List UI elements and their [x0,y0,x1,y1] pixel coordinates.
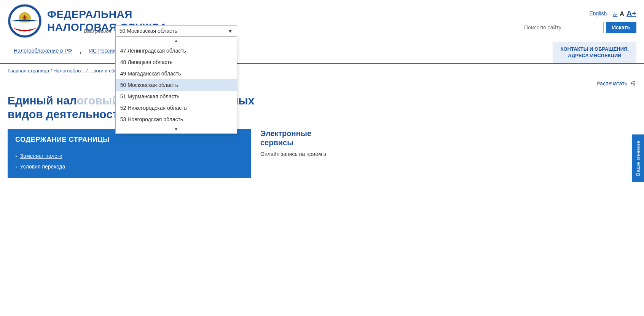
dropdown-item-50[interactable]: 50 Московская область [116,79,237,91]
contents-box: СОДЕРЖАНИЕ СТРАНИЦЫ › Заменяет налоги › … [8,129,251,178]
nav-separator: › [78,42,83,63]
contents-arrow-2: › [15,164,17,170]
dropdown-item-48[interactable]: 48 Липецкая область [116,56,237,68]
contacts-button[interactable]: КОНТАКТЫ И ОБРАЩЕНИЯ, АДРЕСА ИНСПЕКЦИЙ [553,42,636,63]
dropdown-item-53[interactable]: 53 Новгородская область [116,114,237,125]
print-link[interactable]: Распечатать [596,80,627,87]
dropdown-item-49[interactable]: 49 Магаданская область [116,68,237,79]
feedback-tab[interactable]: Ваше мнение [632,134,644,178]
chevron-down-icon: ▼ [228,28,233,34]
region-dropdown: ▲ 47 Ленинградская область 48 Липецкая о… [115,37,237,134]
dropdown-item-51[interactable]: 51 Мурманская область [116,91,237,102]
breadcrumb: Главная страница / Налогообло... / ...ло… [0,64,644,77]
font-decrease-button[interactable]: А- [613,12,617,17]
sidebar-section-title: Электронные сервисы [260,129,636,147]
header-top-links: English А- А А+ [589,9,636,18]
nav-item-taxation[interactable]: Налогообложение в РФ [8,42,78,64]
search-button[interactable]: Искать [606,22,636,33]
contents-link-1[interactable]: Заменяет налоги [20,153,62,159]
dropdown-item-52[interactable]: 52 Нижегородская область [116,102,237,114]
contents-item-1: › Заменяет налоги [15,151,244,161]
breadcrumb-separator-2: / [86,68,89,74]
region-select-wrapper: 50 Московская область ▼ ▲ 47 Ленинградск… [115,25,237,37]
search-input[interactable] [520,22,604,33]
print-bar: Распечатать 🖨 [0,77,644,90]
dropdown-scroll-down[interactable]: ▼ [116,125,237,133]
region-label: Ваш регион [84,28,112,34]
breadcrumb-taxation[interactable]: Налогообло... [53,68,85,74]
region-row: Ваш регион 50 Московская область ▼ ▲ 47 … [84,25,237,37]
contents-body: › Заменяет налоги › Условия перехода [8,151,251,178]
contents-link-2[interactable]: Условия перехода [20,164,65,170]
dropdown-scroll-up[interactable]: ▲ [116,37,237,45]
print-icon[interactable]: 🖨 [630,80,636,88]
logo-icon: ⚜ [8,4,42,38]
font-increase-button[interactable]: А+ [626,9,636,18]
main-content: СОДЕРЖАНИЕ СТРАНИЦЫ › Заменяет налоги › … [0,129,644,178]
header: ⚜ ФЕДЕРАЛЬНАЯ НАЛОГОВАЯ СЛУЖБА Ваш регио… [0,0,644,42]
font-size-controls: А- А А+ [613,9,636,18]
region-select-button[interactable]: 50 Московская область ▼ [115,25,237,37]
sidebar-right: Электронные сервисы Онлайн запись на при… [260,129,636,157]
sidebar-text: Онлайн запись на прием в [260,151,636,157]
search-row: Искать [520,22,636,33]
contents-arrow-1: › [15,153,17,159]
contents-item-2: › Условия перехода [15,161,244,172]
header-right: English А- А А+ Искать [520,9,636,33]
navbar: Налогообложение в РФ › ИС России КОНТАКТ… [0,42,644,64]
breadcrumb-home[interactable]: Главная страница [8,68,49,74]
dropdown-item-47[interactable]: 47 Ленинградская область [116,45,237,56]
breadcrumb-separator-1: / [51,68,53,74]
font-normal-button[interactable]: А [620,11,624,18]
language-link[interactable]: English [589,10,607,16]
